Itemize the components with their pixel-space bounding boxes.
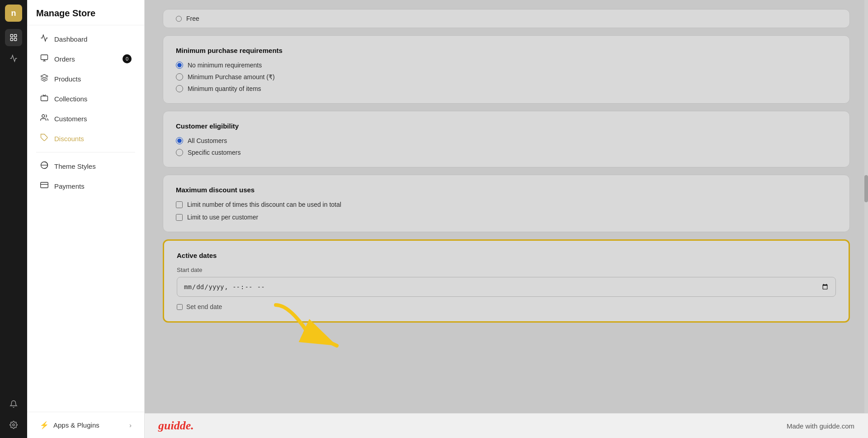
min-qty-radio[interactable] (176, 85, 183, 92)
svg-rect-3 (14, 38, 17, 41)
icon-bar-store[interactable] (5, 29, 22, 46)
sidebar-item-label: Collections (54, 95, 87, 103)
content-area: Free Minimum purchase requirements No mi… (145, 0, 868, 438)
sidebar-item-dashboard[interactable]: Dashboard (31, 29, 141, 49)
scrollbar[interactable] (864, 0, 868, 438)
limit-per-customer-label: Limit to use per customer (187, 214, 258, 221)
guidde-logo: guidde. (158, 419, 194, 433)
active-dates-card: Active dates Start date Set end date (163, 239, 850, 323)
sidebar-item-label: Products (54, 75, 81, 83)
svg-rect-5 (41, 55, 48, 60)
sidebar-item-label: Payments (54, 182, 85, 190)
svg-marker-8 (41, 75, 48, 78)
free-label: Free (186, 15, 199, 22)
scrollbar-thumb[interactable] (864, 175, 868, 202)
no-min-label: No minimum requirements (188, 62, 262, 69)
active-dates-title: Active dates (177, 252, 836, 259)
specific-customers-label: Specific customers (188, 149, 241, 156)
customer-eligibility-card: Customer eligibility All Customers Speci… (163, 111, 850, 167)
limit-per-customer-checkbox[interactable] (176, 214, 183, 221)
customers-icon (40, 114, 49, 124)
start-date-label: Start date (177, 267, 836, 273)
icon-bar-analytics[interactable] (5, 50, 22, 67)
min-qty-option[interactable]: Minimum quantity of items (176, 85, 837, 92)
sidebar-item-products[interactable]: Products (31, 69, 141, 89)
start-date-input[interactable] (177, 277, 836, 297)
apps-icon: ⚡ (40, 421, 49, 429)
products-icon (40, 74, 49, 84)
dashboard-icon (40, 34, 49, 44)
min-purchase-radio-group: No minimum requirements Minimum Purchase… (176, 62, 837, 92)
sidebar-divider (36, 152, 135, 152)
sidebar-item-label: Dashboard (54, 35, 87, 43)
customer-eligibility-radio-group: All Customers Specific customers (176, 137, 837, 156)
theme-styles-icon (40, 161, 49, 171)
sidebar-item-apps-plugins[interactable]: ⚡ Apps & Plugins › (31, 416, 141, 434)
guidde-tagline: Made with guidde.com (787, 422, 854, 430)
customer-eligibility-title: Customer eligibility (176, 122, 837, 130)
sidebar: Manage Store Dashboard Orders 0 Products (27, 0, 145, 438)
sidebar-bottom: ⚡ Apps & Plugins › (27, 412, 144, 438)
app-logo[interactable]: n (5, 5, 22, 22)
max-discount-title: Maximum discount uses (176, 186, 837, 194)
apps-label: Apps & Plugins (53, 421, 99, 429)
sidebar-item-discounts[interactable]: Discounts (31, 129, 141, 148)
set-end-date-label: Set end date (186, 303, 222, 310)
icon-bar: n (0, 0, 27, 438)
limit-total-option[interactable]: Limit number of times this discount can … (176, 201, 837, 208)
no-min-radio[interactable] (176, 62, 183, 69)
min-qty-label: Minimum quantity of items (188, 85, 261, 92)
svg-rect-1 (14, 34, 17, 37)
limit-total-label: Limit number of times this discount can … (187, 201, 341, 208)
guidde-bar: guidde. Made with guidde.com (145, 413, 868, 438)
specific-customers-radio[interactable] (176, 149, 183, 156)
sidebar-item-collections[interactable]: Collections (31, 89, 141, 109)
sidebar-item-payments[interactable]: Payments (31, 176, 141, 196)
icon-bar-settings[interactable] (5, 416, 22, 433)
sidebar-item-label: Theme Styles (54, 162, 96, 170)
limit-per-customer-option[interactable]: Limit to use per customer (176, 214, 837, 221)
orders-badge: 0 (123, 54, 132, 63)
all-customers-radio[interactable] (176, 137, 183, 144)
collections-icon (40, 94, 49, 104)
chevron-right-icon: › (129, 421, 132, 429)
sidebar-item-theme-styles[interactable]: Theme Styles (31, 156, 141, 176)
set-end-date-checkbox[interactable] (177, 304, 183, 310)
sidebar-nav: Dashboard Orders 0 Products Collections (27, 25, 144, 412)
set-end-date-row: Set end date (177, 303, 836, 310)
main-content: Free Minimum purchase requirements No mi… (145, 0, 868, 438)
sidebar-item-orders[interactable]: Orders 0 (31, 49, 141, 69)
min-purchase-title: Minimum purchase requirements (176, 47, 837, 54)
min-amount-label: Minimum Purchase amount (₹) (188, 73, 275, 81)
sidebar-item-label: Customers (54, 115, 87, 123)
specific-customers-option[interactable]: Specific customers (176, 149, 837, 156)
payments-icon (40, 181, 49, 191)
min-amount-option[interactable]: Minimum Purchase amount (₹) (176, 73, 837, 81)
min-purchase-card: Minimum purchase requirements No minimum… (163, 35, 850, 104)
svg-point-9 (42, 114, 45, 117)
sidebar-title: Manage Store (27, 0, 144, 25)
orders-icon (40, 54, 49, 64)
min-amount-radio[interactable] (176, 73, 183, 81)
free-option-card: Free (163, 9, 850, 28)
svg-rect-2 (10, 38, 13, 41)
sidebar-item-customers[interactable]: Customers (31, 109, 141, 129)
free-radio[interactable] (176, 16, 182, 22)
all-customers-option[interactable]: All Customers (176, 137, 837, 144)
sidebar-item-label: Discounts (54, 135, 84, 143)
all-customers-label: All Customers (188, 137, 227, 144)
limit-total-checkbox[interactable] (176, 201, 183, 208)
max-discount-card: Maximum discount uses Limit number of ti… (163, 175, 850, 232)
discounts-icon (40, 133, 49, 143)
svg-rect-0 (10, 34, 13, 37)
sidebar-item-label: Orders (54, 55, 75, 63)
svg-rect-12 (41, 182, 48, 188)
max-discount-checkbox-group: Limit number of times this discount can … (176, 201, 837, 221)
icon-bar-notifications[interactable] (5, 395, 22, 413)
no-min-option[interactable]: No minimum requirements (176, 62, 837, 69)
svg-point-4 (13, 424, 15, 426)
